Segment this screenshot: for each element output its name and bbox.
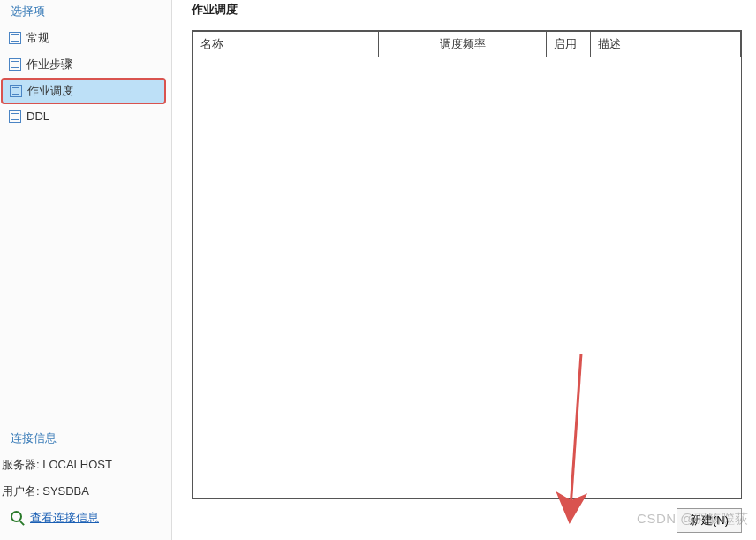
view-connection-link[interactable]: 查看连接信息 (0, 505, 171, 531)
schedule-table: 名称 调度频率 启用 描述 (193, 31, 741, 57)
col-header-name[interactable]: 名称 (193, 32, 379, 57)
username-label: 用户名: SYSDBA (0, 478, 171, 505)
doc-icon (9, 110, 21, 123)
sidebar-item-label: 作业调度 (27, 83, 73, 99)
table-header-row: 名称 调度频率 启用 描述 (193, 32, 741, 57)
col-header-description[interactable]: 描述 (591, 32, 741, 57)
magnifier-icon (11, 511, 25, 525)
footer-buttons: 新建(N) (192, 499, 742, 533)
main-panel: 作业调度 名称 调度频率 启用 描述 新建(N) (172, 0, 756, 540)
sidebar-item-label: 常规 (26, 30, 49, 46)
connection-section-header: 连接信息 (0, 427, 171, 452)
options-section-header: 选择项 (0, 0, 171, 25)
doc-icon (9, 58, 21, 71)
server-label: 服务器: LOCALHOST (0, 452, 171, 478)
view-connection-text: 查看连接信息 (30, 510, 99, 526)
col-header-frequency[interactable]: 调度频率 (379, 32, 547, 57)
panel-title: 作业调度 (192, 0, 742, 30)
col-header-enable[interactable]: 启用 (547, 32, 591, 57)
sidebar-item-label: DDL (26, 110, 49, 123)
sidebar-item-job-schedule[interactable]: 作业调度 (1, 78, 166, 104)
sidebar-item-general[interactable]: 常规 (0, 25, 171, 51)
sidebar: 选择项 常规 作业步骤 作业调度 DDL 连接信息 服务器: LOCALHOST… (0, 0, 172, 540)
connection-info-section: 连接信息 服务器: LOCALHOST 用户名: SYSDBA 查看连接信息 (0, 427, 171, 540)
schedule-table-container: 名称 调度频率 启用 描述 (192, 30, 742, 499)
doc-icon (9, 32, 21, 44)
new-button[interactable]: 新建(N) (677, 508, 742, 533)
sidebar-item-job-steps[interactable]: 作业步骤 (0, 51, 171, 78)
sidebar-item-ddl[interactable]: DDL (0, 104, 171, 128)
doc-icon (10, 85, 22, 97)
sidebar-item-label: 作业步骤 (26, 57, 72, 72)
